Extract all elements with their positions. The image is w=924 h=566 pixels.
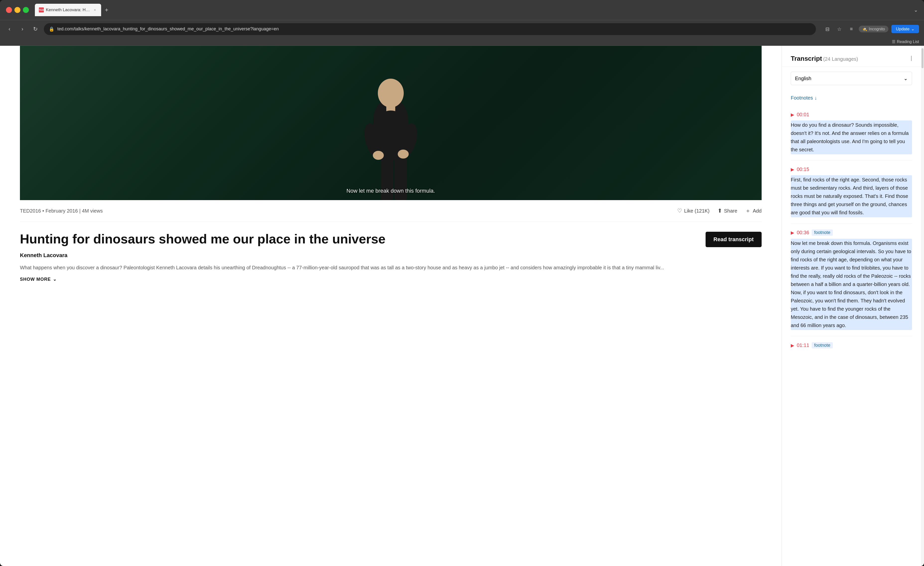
tab-close-button[interactable]: ×	[93, 8, 97, 12]
meta-event: TED2016	[20, 208, 41, 214]
transcript-title: Transcript	[791, 55, 822, 62]
play-icon-4: ▶	[791, 343, 794, 348]
video-meta-info: TED2016 • February 2016 | 4M views	[20, 208, 673, 214]
incognito-label: Incognito	[869, 27, 885, 31]
update-chevron-icon: ⌄	[911, 26, 915, 31]
transcript-panel: Transcript (24 Languages) | English ⌄ Fo…	[782, 46, 921, 566]
share-label: Share	[724, 208, 737, 214]
page-content: Now let me break down this formula. TED2…	[0, 46, 924, 566]
footnote-badge-2[interactable]: footnote	[812, 342, 833, 349]
segment-time-2[interactable]: ▶ 00:15	[791, 166, 912, 172]
time-label-3: 00:36	[797, 230, 809, 235]
tab-bar: TED Kenneth Lacovara: Hunting fo × +	[35, 4, 910, 16]
cast-icon[interactable]: ⊟	[823, 25, 832, 34]
address-bar: ‹ › ↻ 🔒 ted.com/talks/kenneth_lacovara_h…	[0, 20, 924, 38]
maximize-window-button[interactable]	[23, 7, 29, 13]
segment-time-4[interactable]: ▶ 01:11 footnote	[791, 342, 912, 349]
segment-divider-3	[791, 336, 912, 336]
add-button[interactable]: ＋ Add	[745, 207, 762, 214]
meta-views: 4M views	[82, 208, 103, 214]
show-more-chevron-icon: ⌄	[53, 277, 57, 282]
title-bar: TED Kenneth Lacovara: Hunting fo × + ⌄	[0, 0, 924, 20]
active-tab[interactable]: TED Kenneth Lacovara: Hunting fo ×	[35, 4, 101, 16]
update-button[interactable]: Update ⌄	[891, 25, 919, 33]
tab-search-icon[interactable]: ≡	[847, 25, 856, 34]
footnotes-link[interactable]: Footnotes ↓	[791, 90, 912, 107]
video-author: Kenneth Lacovara	[20, 252, 762, 259]
selected-language: English	[795, 76, 812, 81]
add-icon: ＋	[745, 207, 751, 214]
meta-separator: •	[42, 208, 46, 214]
video-meta-bar: TED2016 • February 2016 | 4M views ♡ Lik…	[20, 200, 762, 222]
browser-window: TED Kenneth Lacovara: Hunting fo × + ⌄ ‹…	[0, 0, 924, 566]
video-player[interactable]: Now let me break down this formula.	[20, 46, 762, 200]
segment-time-3[interactable]: ▶ 00:36 footnote	[791, 229, 912, 236]
transcript-segment-4: ▶ 01:11 footnote	[791, 337, 912, 356]
video-background	[20, 46, 762, 200]
tab-title: Kenneth Lacovara: Hunting fo	[46, 7, 91, 12]
svg-point-8	[373, 151, 384, 160]
reading-list-bar: ☰ Reading List	[0, 38, 924, 46]
speaker-figure	[346, 71, 436, 200]
transcript-segment-1: ▶ 00:01 How do you find a dinosaur? Soun…	[791, 107, 912, 159]
svg-point-9	[398, 150, 409, 159]
reading-list-label[interactable]: ☰ Reading List	[892, 39, 919, 44]
meta-date: February 2016	[46, 208, 78, 214]
traffic-lights	[6, 7, 29, 13]
svg-point-1	[378, 79, 404, 108]
segment-text-1: How do you find a dinosaur? Sounds impos…	[791, 120, 912, 154]
title-block: Hunting for dinosaurs showed me our plac…	[20, 232, 700, 252]
new-tab-button[interactable]: +	[102, 6, 111, 15]
segment-text-2: First, find rocks of the right age. Seco…	[791, 175, 912, 217]
read-transcript-button[interactable]: Read transcript	[706, 232, 762, 247]
close-window-button[interactable]	[6, 7, 12, 13]
tab-favicon: TED	[39, 7, 44, 12]
video-title: Hunting for dinosaurs showed me our plac…	[20, 232, 700, 247]
show-more-label: SHOW MORE	[20, 277, 51, 282]
incognito-icon: 🕵	[862, 27, 867, 31]
add-label: Add	[753, 208, 762, 214]
toolbar-right: ⊟ ☆ ≡ 🕵 Incognito Update ⌄	[823, 25, 919, 34]
back-button[interactable]: ‹	[5, 25, 14, 34]
update-label: Update	[896, 27, 909, 31]
transcript-scroll-area[interactable]: Footnotes ↓ ▶ 00:01 How do you find a di…	[782, 90, 921, 566]
transcript-segment-3: ▶ 00:36 footnote Now let me break down t…	[791, 225, 912, 335]
reading-list-icon: ☰	[892, 39, 896, 44]
like-label: Like (121K)	[684, 208, 710, 214]
footnote-badge-1[interactable]: footnote	[812, 229, 833, 236]
transcript-segment-2: ▶ 00:15 First, find rocks of the right a…	[791, 162, 912, 222]
like-button[interactable]: ♡ Like (121K)	[677, 208, 710, 214]
video-description: What happens when you discover a dinosau…	[20, 264, 762, 271]
forward-button[interactable]: ›	[18, 25, 27, 34]
transcript-title-row: Transcript (24 Languages)	[791, 55, 912, 63]
heart-icon: ♡	[677, 208, 682, 214]
url-bar[interactable]: 🔒 ted.com/talks/kenneth_lacovara_hunting…	[44, 23, 816, 35]
incognito-badge: 🕵 Incognito	[859, 25, 888, 32]
tab-scroll-right-icon[interactable]: ⌄	[914, 7, 918, 13]
transcript-languages: (24 Languages)	[823, 56, 858, 62]
share-icon: ⬆	[717, 208, 722, 214]
left-section: Now let me break down this formula. TED2…	[0, 46, 782, 566]
minimize-window-button[interactable]	[15, 7, 20, 13]
reading-list-text: Reading List	[897, 40, 919, 44]
meta-actions: ♡ Like (121K) ⬆ Share ＋ Add	[677, 207, 762, 214]
footnotes-arrow-icon: ↓	[814, 95, 817, 101]
video-subtitle: Now let me break down this formula.	[346, 188, 435, 194]
share-button[interactable]: ⬆ Share	[717, 208, 737, 214]
transcript-header: Transcript (24 Languages) |	[782, 46, 921, 67]
lock-icon: 🔒	[49, 26, 54, 32]
scrollbar-thumb[interactable]	[921, 48, 924, 68]
time-label-1: 00:01	[797, 112, 809, 117]
transcript-close-button[interactable]: |	[910, 55, 912, 61]
play-icon: ▶	[791, 112, 794, 117]
language-selector[interactable]: English ⌄	[791, 72, 912, 85]
segment-time-1[interactable]: ▶ 00:01	[791, 112, 912, 117]
reload-button[interactable]: ↻	[31, 25, 40, 34]
show-more-button[interactable]: SHOW MORE ⌄	[20, 277, 762, 282]
url-text: ted.com/talks/kenneth_lacovara_hunting_f…	[57, 26, 811, 31]
page-scrollbar[interactable]	[921, 46, 924, 566]
bookmark-icon[interactable]: ☆	[835, 25, 844, 34]
segment-text-3: Now let me break down this formula. Orga…	[791, 239, 912, 330]
meta-separator2: |	[79, 208, 82, 214]
play-icon-3: ▶	[791, 230, 794, 235]
